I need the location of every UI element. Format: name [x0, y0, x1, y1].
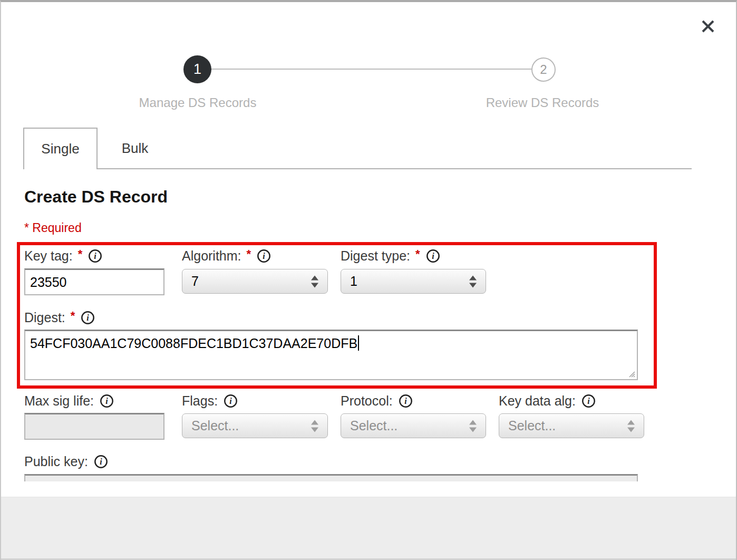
key-tag-required: * — [78, 247, 83, 261]
step-1-circle: 1 — [183, 55, 211, 83]
svg-text:i: i — [100, 457, 102, 466]
key-tag-value: 23550 — [30, 275, 67, 290]
select-arrows-icon — [311, 275, 318, 287]
digest-required: * — [71, 309, 75, 323]
svg-text:i: i — [94, 252, 97, 260]
key-tag-label: Key tag: — [24, 248, 73, 264]
required-note: * Required — [24, 221, 82, 235]
flags-select[interactable]: Select... — [182, 413, 328, 438]
protocol-label-row: Protocol: i — [341, 393, 413, 409]
key-data-alg-value: Select... — [508, 418, 556, 433]
protocol-value: Select... — [350, 418, 397, 433]
page-title: Create DS Record — [24, 187, 168, 207]
algorithm-required: * — [247, 247, 251, 261]
svg-text:i: i — [229, 397, 232, 405]
svg-text:i: i — [404, 397, 407, 405]
digest-textarea[interactable]: 54FCF030AA1C79C0088FDEC1BD1C37DAA2E70DFB — [24, 330, 638, 380]
tab-underline — [23, 168, 692, 169]
select-arrows-icon — [627, 420, 635, 432]
tab-bulk-label: Bulk — [122, 140, 149, 157]
digest-value: 54FCF030AA1C79C0088FDEC1BD1C37DAA2E70DFB — [30, 336, 357, 351]
digest-label: Digest: — [24, 310, 65, 325]
step-2-label: Review DS Records — [458, 95, 627, 110]
key-tag-input[interactable]: 23550 — [24, 268, 164, 295]
info-icon[interactable]: i — [581, 394, 596, 408]
algorithm-label: Algorithm: — [182, 248, 241, 264]
public-key-label: Public key: — [24, 454, 88, 469]
info-icon[interactable]: i — [81, 311, 95, 325]
info-icon[interactable]: i — [399, 394, 413, 408]
create-ds-record-dialog: 1 2 Manage DS Records Review DS Records … — [0, 0, 737, 560]
digest-type-label-row: Digest type: * i — [341, 248, 440, 264]
digest-type-value: 1 — [350, 274, 357, 289]
svg-text:i: i — [263, 252, 265, 260]
algorithm-label-row: Algorithm: * i — [182, 248, 271, 264]
info-icon[interactable]: i — [224, 394, 238, 408]
max-sig-life-label: Max sig life: — [24, 393, 94, 409]
key-data-alg-select[interactable]: Select... — [499, 413, 644, 438]
svg-text:i: i — [432, 252, 434, 260]
algorithm-select[interactable]: 7 — [182, 269, 328, 294]
tab-single-label: Single — [41, 141, 79, 157]
max-sig-life-input — [24, 413, 164, 440]
protocol-select[interactable]: Select... — [341, 413, 486, 438]
public-key-textarea — [24, 474, 638, 481]
algorithm-value: 7 — [191, 274, 199, 289]
key-data-alg-label-row: Key data alg: i — [499, 393, 596, 409]
flags-label-row: Flags: i — [182, 393, 238, 409]
select-arrows-icon — [469, 275, 477, 287]
svg-text:i: i — [587, 397, 590, 405]
public-key-label-row: Public key: i — [24, 454, 108, 469]
info-icon[interactable]: i — [257, 249, 271, 263]
step-2-circle: 2 — [531, 57, 556, 82]
max-sig-life-label-row: Max sig life: i — [24, 393, 114, 409]
step-1-label: Manage DS Records — [113, 95, 282, 110]
digest-type-label: Digest type: — [341, 248, 410, 264]
dialog-footer: Cancel Back Next — [1, 497, 736, 560]
select-arrows-icon — [311, 420, 318, 432]
flags-label: Flags: — [182, 393, 218, 409]
step-1-number: 1 — [193, 61, 201, 78]
digest-type-required: * — [415, 247, 420, 261]
key-data-alg-label: Key data alg: — [499, 393, 576, 409]
close-icon[interactable] — [700, 18, 716, 35]
tab-single[interactable]: Single — [23, 128, 98, 169]
tab-bulk[interactable]: Bulk — [99, 129, 171, 168]
text-cursor — [358, 335, 359, 351]
info-icon[interactable]: i — [94, 455, 108, 469]
digest-label-row: Digest: * i — [24, 310, 95, 325]
digest-type-select[interactable]: 1 — [341, 269, 486, 294]
step-2-number: 2 — [540, 62, 547, 77]
select-arrows-icon — [469, 420, 477, 432]
key-tag-label-row: Key tag: * i — [24, 248, 102, 264]
protocol-label: Protocol: — [341, 393, 393, 409]
stepper-connector — [211, 69, 532, 70]
svg-text:i: i — [87, 313, 90, 322]
info-icon[interactable]: i — [100, 394, 114, 408]
resize-grip-icon[interactable] — [628, 370, 635, 378]
info-icon[interactable]: i — [88, 249, 102, 263]
flags-value: Select... — [191, 418, 239, 433]
info-icon[interactable]: i — [426, 249, 440, 263]
svg-text:i: i — [105, 397, 108, 405]
